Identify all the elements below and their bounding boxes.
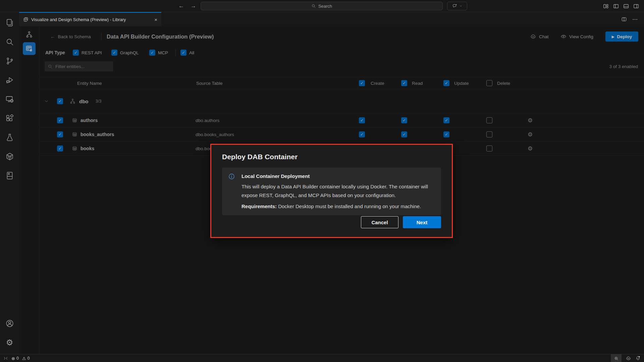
deploy-dab-container-dialog: Deploy DAB Container Local Container Dep… bbox=[210, 144, 453, 238]
remote-indicator[interactable] bbox=[3, 356, 8, 361]
run-debug-icon[interactable] bbox=[3, 73, 16, 87]
account-icon[interactable] bbox=[3, 317, 16, 330]
bell-icon bbox=[635, 356, 641, 361]
remote-explorer-icon[interactable] bbox=[3, 93, 16, 106]
remote-window-icon bbox=[3, 356, 8, 361]
more-actions-icon[interactable]: ⋯ bbox=[632, 16, 638, 22]
source-control-icon[interactable] bbox=[3, 54, 16, 68]
search-sidebar-icon[interactable] bbox=[3, 35, 16, 49]
editor-area: Visualize and Design Schema (Preview) - … bbox=[19, 12, 644, 354]
requirements-body: Docker Desktop must be installed and run… bbox=[277, 203, 421, 209]
database-server-icon[interactable] bbox=[3, 169, 16, 182]
tab-bar: Visualize and Design Schema (Preview) - … bbox=[19, 12, 644, 26]
dialog-title: Deploy DAB Container bbox=[222, 153, 298, 161]
test-beaker-icon[interactable] bbox=[3, 131, 16, 144]
toggle-sidebar-left-icon[interactable] bbox=[613, 3, 619, 9]
copilot-icon bbox=[626, 356, 631, 361]
info-icon bbox=[228, 173, 235, 180]
tab-label: Visualize and Design Schema (Preview) - … bbox=[31, 17, 126, 22]
schema-designer-tab-icon bbox=[23, 17, 29, 22]
dialog-info-box: Local Container Deployment This will dep… bbox=[222, 168, 441, 215]
command-center-search[interactable]: Search bbox=[201, 2, 443, 10]
nav-forward-icon[interactable]: → bbox=[191, 0, 196, 12]
settings-gear-icon[interactable]: ⚙ bbox=[3, 336, 16, 349]
zoom-in-icon bbox=[614, 356, 619, 361]
activity-bar: ⚙ bbox=[0, 12, 19, 354]
toggle-panel-icon[interactable] bbox=[623, 3, 629, 9]
nav-back-icon[interactable]: ← bbox=[178, 0, 184, 12]
title-bar: ← → Search bbox=[0, 0, 644, 12]
problems-indicator[interactable]: ⊗ 0 ⚠ 0 bbox=[11, 356, 30, 361]
split-editor-icon[interactable] bbox=[621, 16, 627, 22]
requirements-label: Requirements: bbox=[241, 203, 277, 209]
zoom-status-button[interactable] bbox=[611, 354, 622, 362]
tab-visualize-design-schema[interactable]: Visualize and Design Schema (Preview) - … bbox=[19, 12, 161, 26]
customize-layout-icon[interactable] bbox=[603, 3, 609, 9]
info-requirements: Requirements: Docker Desktop must be ins… bbox=[241, 203, 434, 209]
extensions-icon[interactable] bbox=[3, 112, 16, 125]
search-placeholder: Search bbox=[318, 4, 332, 9]
error-icon: ⊗ bbox=[11, 356, 15, 361]
chat-sparkle-icon bbox=[452, 3, 458, 9]
warning-count: 0 bbox=[28, 356, 30, 361]
error-count: 0 bbox=[16, 356, 19, 361]
explorer-icon[interactable] bbox=[3, 16, 16, 29]
info-body: This will deploy a Data API Builder cont… bbox=[241, 182, 434, 200]
next-button[interactable]: Next bbox=[403, 216, 441, 228]
tab-close-icon[interactable]: × bbox=[154, 17, 157, 22]
status-bar: ⊗ 0 ⚠ 0 bbox=[0, 354, 644, 362]
notifications-bell-button[interactable] bbox=[635, 356, 641, 361]
cancel-button[interactable]: Cancel bbox=[361, 216, 398, 228]
container-package-icon[interactable] bbox=[3, 150, 16, 163]
warning-icon: ⚠ bbox=[22, 356, 26, 361]
toggle-sidebar-right-icon[interactable] bbox=[633, 3, 639, 9]
info-heading: Local Container Deployment bbox=[241, 173, 310, 179]
chevron-down-icon bbox=[459, 4, 463, 8]
copilot-chat-button[interactable] bbox=[447, 2, 467, 10]
dab-configuration-webview: ← Back to Schema Data API Builder Config… bbox=[19, 26, 644, 354]
search-icon bbox=[311, 4, 316, 8]
copilot-status-button[interactable] bbox=[626, 356, 631, 361]
